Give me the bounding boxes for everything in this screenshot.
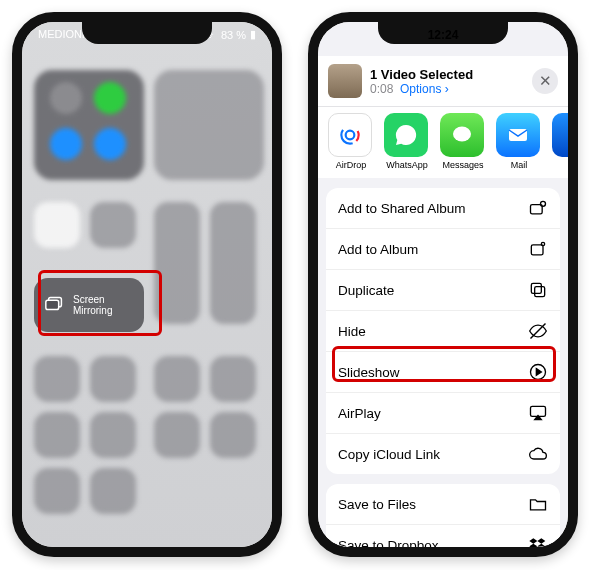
action-duplicate[interactable]: Duplicate	[326, 270, 560, 311]
action-label: Duplicate	[338, 283, 394, 298]
action-add-album[interactable]: Add to Album	[326, 229, 560, 270]
volume-slider[interactable]	[210, 202, 256, 324]
dnd-tile[interactable]	[90, 202, 136, 248]
share-apps-row[interactable]: AirDrop WhatsApp Messages Mail	[318, 107, 568, 178]
action-slideshow[interactable]: Slideshow	[326, 352, 560, 393]
close-button[interactable]: ✕	[532, 68, 558, 94]
action-label: Save to Files	[338, 497, 416, 512]
lock-rotation-tile[interactable]	[34, 202, 80, 248]
action-save-dropbox[interactable]: Save to Dropbox	[326, 525, 560, 547]
svg-rect-12	[535, 287, 545, 297]
battery-label: 83 %	[221, 29, 246, 41]
cc-tile[interactable]	[34, 468, 80, 514]
svg-rect-9	[531, 245, 543, 255]
play-icon	[528, 362, 548, 382]
screen-mirroring-icon	[44, 293, 66, 317]
action-airplay[interactable]: AirPlay	[326, 393, 560, 434]
airdrop-icon	[337, 122, 363, 148]
hide-icon	[528, 321, 548, 341]
video-thumbnail[interactable]	[328, 64, 362, 98]
phone-right: 12:24 1 Video Selected 0:08 Options › ✕ …	[308, 12, 578, 557]
action-label: Hide	[338, 324, 366, 339]
app-mail[interactable]: Mail	[496, 113, 542, 170]
album-icon	[528, 239, 548, 259]
action-label: Add to Album	[338, 242, 418, 257]
app-whatsapp[interactable]: WhatsApp	[384, 113, 430, 170]
control-center: MEDIONmobile ⚙︎ ᯤ 83 % ▮	[22, 22, 272, 547]
cc-tile[interactable]	[34, 356, 80, 402]
cc-tile[interactable]	[210, 356, 256, 402]
music-tile[interactable]	[154, 70, 264, 180]
messages-icon	[450, 123, 474, 147]
cc-tile[interactable]	[154, 412, 200, 458]
airplay-icon	[528, 403, 548, 423]
action-save-files[interactable]: Save to Files	[326, 484, 560, 525]
cc-grid: Screen Mirroring	[34, 70, 260, 535]
dropbox-icon	[528, 535, 548, 547]
svg-point-8	[541, 201, 546, 206]
svg-point-10	[541, 242, 544, 245]
duplicate-icon	[528, 280, 548, 300]
video-duration: 0:08	[370, 82, 393, 96]
screen-mirroring-tile[interactable]: Screen Mirroring	[34, 278, 144, 332]
cc-tile[interactable]	[90, 356, 136, 402]
options-link[interactable]: Options ›	[400, 82, 449, 96]
connectivity-tile[interactable]	[34, 70, 144, 180]
svg-rect-7	[531, 205, 543, 214]
action-label: Add to Shared Album	[338, 201, 466, 216]
app-label: Messages	[442, 160, 483, 170]
cc-tile[interactable]	[90, 468, 136, 514]
action-copy-icloud-link[interactable]: Copy iCloud Link	[326, 434, 560, 474]
action-label: Save to Dropbox	[338, 538, 439, 548]
shared-album-icon	[528, 198, 548, 218]
app-messages[interactable]: Messages	[440, 113, 486, 170]
cloud-link-icon	[528, 444, 548, 464]
app-label: AirDrop	[336, 160, 367, 170]
actions-group-2: Save to Files Save to Dropbox Nach Hause	[326, 484, 560, 547]
svg-rect-11	[531, 283, 541, 293]
notch	[82, 22, 212, 44]
svg-rect-6	[509, 129, 527, 141]
battery-icon: ▮	[250, 28, 256, 41]
svg-point-5	[453, 127, 471, 142]
cc-tile[interactable]	[90, 412, 136, 458]
phone-left: MEDIONmobile ⚙︎ ᯤ 83 % ▮	[12, 12, 282, 557]
share-sheet: 12:24 1 Video Selected 0:08 Options › ✕ …	[318, 22, 568, 547]
actions-group-1: Add to Shared Album Add to Album Duplica…	[326, 188, 560, 474]
folder-icon	[528, 494, 548, 514]
status-time: 12:24	[318, 28, 568, 42]
close-icon: ✕	[539, 72, 552, 90]
app-airdrop[interactable]: AirDrop	[328, 113, 374, 170]
brightness-slider[interactable]	[154, 202, 200, 324]
cc-tile[interactable]	[154, 356, 200, 402]
action-label: Slideshow	[338, 365, 400, 380]
app-more[interactable]: Fa	[552, 113, 568, 170]
cc-tile[interactable]	[210, 412, 256, 458]
action-add-shared-album[interactable]: Add to Shared Album	[326, 188, 560, 229]
svg-rect-1	[46, 300, 59, 309]
whatsapp-icon	[394, 123, 418, 147]
action-label: Copy iCloud Link	[338, 447, 440, 462]
app-label: Mail	[511, 160, 528, 170]
share-header: 1 Video Selected 0:08 Options › ✕	[318, 56, 568, 107]
svg-point-2	[346, 131, 355, 140]
svg-point-4	[341, 126, 358, 143]
mail-icon	[506, 123, 530, 147]
app-label: WhatsApp	[386, 160, 428, 170]
screen-mirroring-label: Screen Mirroring	[73, 294, 134, 316]
action-label: AirPlay	[338, 406, 381, 421]
action-hide[interactable]: Hide	[326, 311, 560, 352]
share-title: 1 Video Selected	[370, 67, 524, 82]
cc-tile[interactable]	[34, 412, 80, 458]
